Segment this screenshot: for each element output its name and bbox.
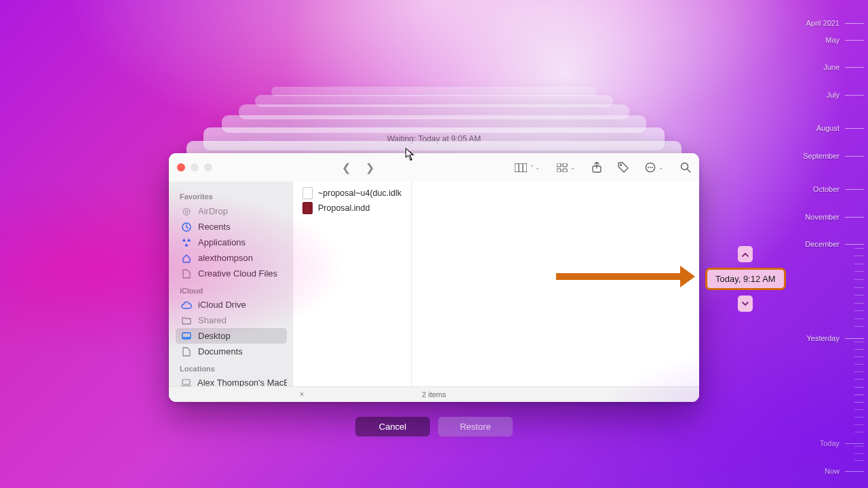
timeline-minor-tick <box>854 424 864 425</box>
sidebar-item-label: Creative Cloud Files <box>198 268 277 279</box>
timeline-tick[interactable]: June <box>784 63 864 71</box>
timeline-tick[interactable]: December <box>784 240 864 248</box>
cloud-icon <box>181 301 192 309</box>
timeline-minor-tick <box>854 409 864 410</box>
chevron-down-icon: ⌄ <box>658 164 664 171</box>
svg-point-11 <box>650 167 651 168</box>
indesign-file-icon <box>302 202 313 214</box>
sidebar-item-shared[interactable]: Shared <box>176 312 287 328</box>
timeline-label: November <box>805 213 840 221</box>
timeline-minor-tick <box>854 460 864 461</box>
forward-button[interactable]: ❯ <box>366 161 374 174</box>
annotation-arrow <box>556 272 695 281</box>
timeline-minor-tick <box>854 417 864 418</box>
sidebar-item-desktop[interactable]: Desktop <box>176 328 287 344</box>
timeline-minor-tick <box>854 394 864 395</box>
share-button[interactable] <box>592 162 601 173</box>
sidebar-item-user[interactable]: alexthompson <box>176 250 287 266</box>
timeline-minor-tick <box>854 446 864 447</box>
timeline-minor-tick <box>854 264 864 264</box>
timeline-minor-tick <box>854 287 864 288</box>
sidebar-item-label: Documents <box>198 346 243 357</box>
timeline-tick[interactable]: September <box>784 152 864 160</box>
snapshot-time-pill[interactable]: Today, 9:12 AM <box>705 268 786 290</box>
back-button[interactable]: ❮ <box>342 161 351 174</box>
restore-button[interactable]: Restore <box>438 417 513 436</box>
timeline-tick[interactable]: Today <box>784 439 864 447</box>
column-1 <box>412 182 699 386</box>
search-button[interactable] <box>680 162 691 173</box>
svg-rect-18 <box>182 380 190 384</box>
timeline-minor-tick <box>854 279 864 280</box>
close-icon[interactable] <box>177 163 185 171</box>
timeline-label: September <box>803 152 840 160</box>
file-name: ~proposal~u4(duc.idlk <box>318 188 401 198</box>
timeline-tick[interactable]: Now <box>784 467 864 475</box>
section-favorites: Favorites <box>180 192 287 201</box>
timeline-minor-tick <box>854 326 864 327</box>
tag-button[interactable] <box>618 162 629 173</box>
timeline-tick[interactable]: May <box>784 36 864 44</box>
column-0: ~proposal~u4(duc.idlk Proposal.indd <box>293 182 412 386</box>
home-icon <box>181 253 192 263</box>
file-row[interactable]: ~proposal~u4(duc.idlk <box>293 186 411 201</box>
file-row[interactable]: Proposal.indd <box>293 201 411 216</box>
cancel-button[interactable]: Cancel <box>355 417 430 436</box>
applications-icon <box>181 238 192 247</box>
timeline-tick[interactable]: July <box>784 91 864 99</box>
time-machine-actions: Cancel Restore <box>355 417 513 436</box>
chevron-down-icon: ⌄ <box>570 164 576 171</box>
timeline-tick[interactable]: April 2021 <box>784 19 864 27</box>
chevron-updown-icon: ⌃⌄ <box>530 164 540 171</box>
timeline-minor-tick <box>854 387 864 388</box>
file-name: Proposal.indd <box>318 203 370 213</box>
sidebar-item-label: Applications <box>198 237 245 247</box>
sidebar-item-label: Recents <box>198 222 231 232</box>
snapshot-prev-button[interactable] <box>738 246 753 262</box>
folder-icon <box>181 317 192 325</box>
timeline-tick[interactable]: August <box>784 124 864 132</box>
desktop-icon <box>181 332 192 340</box>
timeline-tick[interactable]: October <box>784 185 864 193</box>
airdrop-icon: ◎ <box>181 205 192 216</box>
timeline-minor-tick <box>854 379 864 380</box>
svg-point-10 <box>648 167 649 168</box>
zoom-icon[interactable] <box>204 163 212 171</box>
sidebar-item-creativecloud[interactable]: Creative Cloud Files <box>176 266 287 281</box>
sidebar-item-documents[interactable]: Documents <box>176 344 287 359</box>
sidebar-item-applications[interactable]: Applications <box>176 235 287 250</box>
document-icon <box>181 269 192 279</box>
sidebar-item-iclouddrive[interactable]: iCloud Drive <box>176 297 287 312</box>
timeline-minor-tick <box>854 371 864 372</box>
sidebar-item-label: AirDrop <box>198 206 228 216</box>
svg-rect-4 <box>563 163 567 167</box>
more-button[interactable]: ⌄ <box>645 162 664 173</box>
sidebar-item-label: Shared <box>198 315 226 325</box>
laptop-icon <box>181 379 191 386</box>
timeline-minor-tick <box>854 432 864 432</box>
group-button[interactable]: ⌄ <box>557 163 576 172</box>
arrow-shaft <box>556 273 680 280</box>
item-count: 2 items <box>422 390 446 399</box>
minimize-icon[interactable] <box>191 163 199 171</box>
timeline-label: December <box>805 240 840 248</box>
close-path-button[interactable]: × <box>297 390 307 399</box>
timeline-minor-tick <box>854 357 864 357</box>
svg-rect-6 <box>563 169 567 172</box>
sidebar-item-label: Alex Thompson's MacB... <box>197 378 287 386</box>
section-icloud: iCloud <box>180 287 287 295</box>
sidebar-item-label: Desktop <box>198 331 231 341</box>
time-machine-stage: Waiting: Today at 9:05 AM ❮ ❯ ⌃⌄ <box>0 0 868 488</box>
view-columns-button[interactable]: ⌃⌄ <box>515 163 540 172</box>
snapshot-next-button[interactable] <box>738 296 753 312</box>
sidebar-item-airdrop[interactable]: ◎ AirDrop <box>176 203 287 219</box>
sidebar-item-recents[interactable]: Recents <box>176 219 287 235</box>
section-locations: Locations <box>180 365 287 373</box>
timeline-tick[interactable]: Yesterday <box>784 334 864 342</box>
clock-icon <box>181 222 192 232</box>
traffic-lights <box>177 163 212 171</box>
timeline-minor-tick <box>854 364 864 365</box>
sidebar-item-machine[interactable]: Alex Thompson's MacB... <box>176 375 287 386</box>
timeline[interactable]: April 2021MayJuneJulyAugustSeptemberOcto… <box>780 0 868 488</box>
timeline-tick[interactable]: November <box>784 213 864 221</box>
